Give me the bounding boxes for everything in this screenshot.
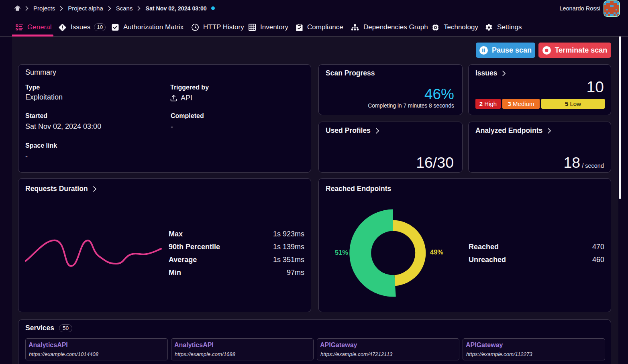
svg-text:49%: 49% xyxy=(430,248,443,256)
svg-text:51%: 51% xyxy=(335,249,348,256)
